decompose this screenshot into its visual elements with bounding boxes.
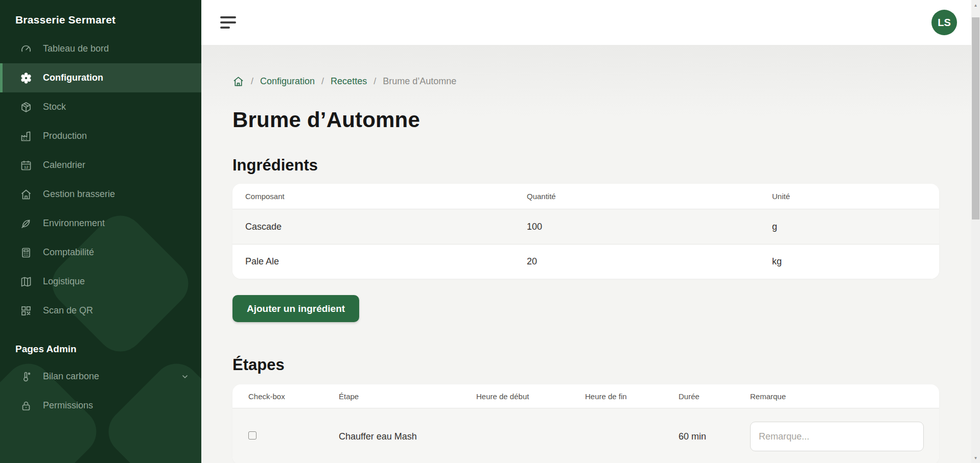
sidebar-admin-nav: Bilan carbone Permissions [0, 362, 201, 420]
breadcrumb-separator: / [374, 76, 376, 87]
ingredients-heading: Ingrédients [232, 156, 939, 175]
step-checkbox[interactable] [248, 431, 256, 440]
sidebar-item-environnement[interactable]: Environnement [0, 209, 201, 238]
ingredient-row: Cascade 100 g [232, 209, 939, 245]
sidebar-item-logistique[interactable]: Logistique [0, 267, 201, 296]
brand-title: Brasserie Sermaret [0, 0, 201, 26]
breadcrumb-link-recettes[interactable]: Recettes [331, 76, 367, 87]
gauge-icon [20, 43, 32, 55]
column-header-checkbox: Check-box [232, 392, 323, 401]
app-window: Brasserie Sermaret Tableau de bord [0, 0, 980, 463]
breadcrumb-separator: / [251, 76, 253, 87]
sidebar-item-label: Bilan carbone [43, 371, 99, 382]
page-title: Brume d’Automne [232, 108, 939, 132]
sidebar-item-stock[interactable]: Stock [0, 92, 201, 121]
sidebar-item-label: Tableau de bord [43, 43, 109, 54]
breadcrumb-separator: / [321, 76, 324, 87]
scrollbar-down-arrow[interactable]: ▼ [971, 454, 980, 462]
sidebar-item-scan-de-qr[interactable]: Scan de QR [0, 296, 201, 325]
sidebar-item-label: Environnement [43, 218, 105, 229]
steps-table-header: Check-box Étape Heure de début Heure de … [232, 384, 939, 408]
sidebar-item-production[interactable]: Production [0, 121, 201, 151]
column-header-heure-fin: Heure de fin [569, 392, 663, 401]
cell-unite: g [759, 222, 939, 232]
hamburger-menu-button[interactable] [220, 16, 236, 29]
breadcrumb: / Configuration / Recettes / Brume d’Aut… [232, 76, 939, 87]
calculator-icon [20, 247, 32, 259]
sidebar-item-label: Scan de QR [43, 305, 93, 316]
gear-icon [20, 72, 32, 84]
sidebar-item-calendrier[interactable]: 12 Calendrier [0, 151, 201, 180]
sidebar-item-label: Configuration [43, 72, 103, 83]
cell-composant: Cascade [232, 222, 514, 232]
box-icon [20, 101, 32, 113]
cell-duree: 60 min [663, 431, 734, 442]
column-header-heure-debut: Heure de début [460, 392, 569, 401]
lock-icon [20, 400, 32, 412]
cell-composant: Pale Ale [232, 256, 514, 267]
home-icon [20, 188, 32, 201]
column-header-quantite: Quantité [514, 192, 759, 201]
breadcrumb-home-icon[interactable] [232, 76, 244, 87]
ingredients-table: Composant Quantité Unité Cascade 100 g P… [232, 184, 939, 279]
sidebar-item-label: Production [43, 131, 87, 141]
sidebar-item-configuration[interactable]: Configuration [0, 63, 201, 92]
sidebar-item-label: Stock [43, 102, 66, 112]
qr-icon [20, 305, 32, 317]
factory-icon [20, 130, 32, 142]
user-avatar[interactable]: LS [931, 10, 957, 35]
topbar: LS [201, 0, 971, 45]
column-header-etape: Étape [323, 392, 460, 401]
page-content: / Configuration / Recettes / Brume d’Aut… [201, 45, 971, 463]
sidebar-item-tableau-de-bord[interactable]: Tableau de bord [0, 34, 201, 63]
cell-quantite: 20 [514, 256, 759, 267]
column-header-duree: Durée [663, 392, 734, 401]
thermometer-icon [20, 371, 32, 383]
column-header-composant: Composant [232, 192, 514, 201]
svg-text:12: 12 [24, 165, 28, 169]
steps-heading: Étapes [232, 356, 939, 374]
sidebar: Brasserie Sermaret Tableau de bord [0, 0, 201, 463]
sidebar-item-bilan-carbone[interactable]: Bilan carbone [0, 362, 201, 391]
remark-input[interactable] [750, 422, 924, 451]
breadcrumb-current: Brume d’Automne [383, 76, 456, 87]
add-ingredient-button[interactable]: Ajouter un ingrédient [232, 295, 359, 322]
steps-table: Check-box Étape Heure de début Heure de … [232, 384, 939, 463]
ingredient-row: Pale Ale 20 kg [232, 245, 939, 279]
sidebar-item-label: Calendrier [43, 160, 85, 170]
chevron-down-icon [181, 373, 189, 381]
scrollbar-up-arrow[interactable]: ▲ [971, 1, 980, 9]
column-header-unite: Unité [759, 192, 939, 201]
sidebar-item-label: Logistique [43, 276, 85, 287]
calendar-icon: 12 [20, 159, 32, 172]
sidebar-item-label: Comptabilité [43, 247, 94, 258]
vertical-scrollbar[interactable]: ▲ ▼ [971, 0, 980, 463]
sidebar-item-label: Gestion brasserie [43, 189, 115, 200]
step-row: Chauffer eau Mash 60 min [232, 408, 939, 463]
ingredients-table-header: Composant Quantité Unité [232, 184, 939, 209]
sidebar-nav: Tableau de bord Configuration [0, 34, 201, 325]
sidebar-item-permissions[interactable]: Permissions [0, 391, 201, 420]
main-area: LS / Configuration / Recettes / Brume d’… [201, 0, 971, 463]
leaf-icon [20, 217, 32, 230]
sidebar-item-gestion-brasserie[interactable]: Gestion brasserie [0, 180, 201, 209]
sidebar-section-pages-admin: Pages Admin [0, 325, 201, 355]
map-icon [20, 276, 32, 288]
scrollbar-thumb[interactable] [972, 17, 979, 220]
breadcrumb-link-configuration[interactable]: Configuration [260, 76, 315, 87]
cell-etape: Chauffer eau Mash [323, 431, 460, 442]
sidebar-item-label: Permissions [43, 400, 93, 411]
cell-quantite: 100 [514, 222, 759, 232]
column-header-remarque: Remarque [734, 392, 939, 401]
cell-unite: kg [759, 256, 939, 267]
sidebar-item-comptabilite[interactable]: Comptabilité [0, 238, 201, 267]
